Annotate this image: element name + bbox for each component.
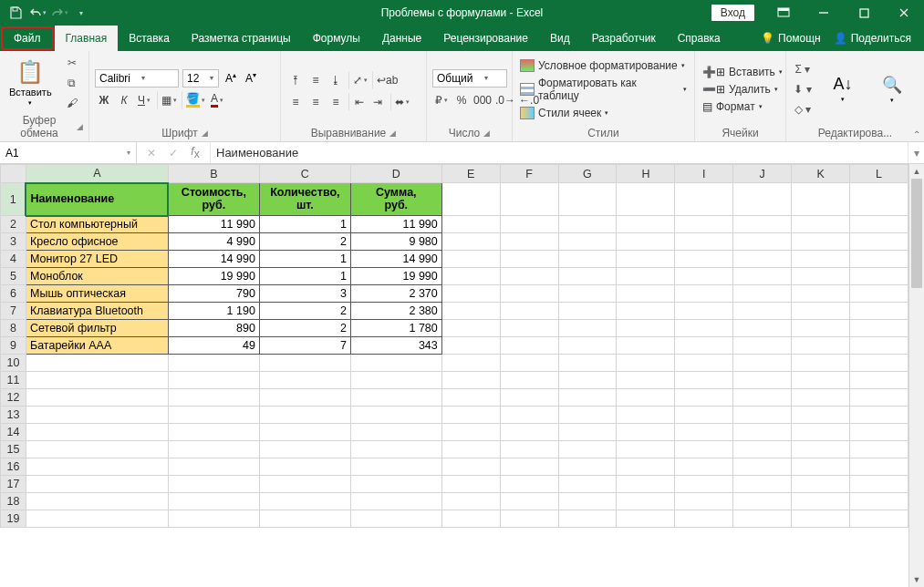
cell[interactable] [675,493,733,510]
cell[interactable]: 2 370 [350,285,441,303]
cell[interactable] [617,458,675,476]
tab-insert[interactable]: Вставка [118,26,181,51]
cell[interactable] [441,285,500,303]
cell[interactable] [675,268,733,285]
cell[interactable] [675,216,733,233]
italic-button[interactable]: К [115,91,133,109]
cell[interactable] [26,372,168,389]
cell[interactable] [500,251,558,268]
orientation-icon[interactable]: ⤢▾ [348,71,369,89]
cell[interactable] [441,337,500,355]
align-center-icon[interactable]: ≡ [306,93,325,111]
row-header[interactable]: 19 [1,510,26,528]
col-header[interactable]: E [441,165,500,183]
cell[interactable] [733,285,792,303]
cell[interactable]: 11 990 [168,216,259,233]
cell[interactable] [441,372,500,389]
cell[interactable] [558,285,617,303]
cell[interactable] [792,493,850,510]
cell[interactable] [733,407,792,424]
cell[interactable] [259,493,350,510]
cell[interactable]: 11 990 [350,216,441,233]
cell[interactable] [792,476,850,493]
cell[interactable] [558,268,617,285]
cell[interactable] [850,476,908,493]
cell[interactable] [792,407,850,424]
cell[interactable] [259,424,350,441]
cell[interactable] [441,493,500,510]
cell[interactable] [733,320,792,337]
cell[interactable] [558,183,617,216]
cell[interactable] [350,372,441,389]
cell[interactable] [500,216,558,233]
cell[interactable] [441,510,500,528]
cell[interactable]: Батарейки ААА [26,337,168,355]
cell[interactable] [792,441,850,458]
cut-icon[interactable]: ✂ [63,55,81,71]
cell[interactable] [850,251,908,268]
borders-button[interactable]: ▦▾ [157,91,178,109]
cell[interactable] [168,458,259,476]
cell[interactable] [441,268,500,285]
cell[interactable] [500,233,558,251]
decrease-indent-icon[interactable]: ⇤ [348,93,367,111]
cell[interactable] [617,424,675,441]
cell[interactable] [850,303,908,320]
col-header[interactable]: J [733,165,792,183]
qat-customize-icon[interactable]: ▾ [71,3,91,23]
col-header[interactable]: L [850,165,908,183]
row-header[interactable]: 3 [1,233,26,251]
row-header[interactable]: 12 [1,389,26,407]
cell[interactable] [500,424,558,441]
cell[interactable] [168,493,259,510]
cell[interactable] [441,355,500,372]
cell[interactable] [558,216,617,233]
cell[interactable] [617,372,675,389]
cell[interactable] [733,458,792,476]
cell[interactable] [733,183,792,216]
cell[interactable] [617,355,675,372]
tab-page-layout[interactable]: Разметка страницы [181,26,302,51]
cell[interactable] [733,303,792,320]
cell[interactable] [617,320,675,337]
increase-indent-icon[interactable]: ⇥ [369,93,387,111]
tab-help[interactable]: Справка [667,26,732,51]
cell[interactable] [558,407,617,424]
cell[interactable] [350,493,441,510]
tab-developer[interactable]: Разработчик [581,26,667,51]
format-table-button[interactable]: Форматировать как таблицу▾ [518,76,689,103]
cell[interactable] [558,233,617,251]
dialog-launcher-icon[interactable]: ◢ [483,129,490,138]
comma-format-icon[interactable]: 000 [472,91,493,109]
cell[interactable] [792,285,850,303]
cell[interactable] [500,510,558,528]
cell[interactable] [500,458,558,476]
cell[interactable] [26,355,168,372]
format-painter-icon[interactable]: 🖌 [63,95,81,111]
cell[interactable]: Мышь оптическая [26,285,168,303]
row-header[interactable]: 8 [1,320,26,337]
cell[interactable] [617,303,675,320]
autosum-icon[interactable]: Σ ▾ [794,61,812,77]
cell[interactable] [850,268,908,285]
share-button[interactable]: 👤Поделиться [834,32,911,45]
cell[interactable] [350,510,441,528]
cell[interactable] [500,268,558,285]
cell[interactable] [733,424,792,441]
cell[interactable] [733,268,792,285]
cell[interactable] [850,389,908,407]
redo-icon[interactable]: ▾ [49,3,69,23]
login-button[interactable]: Вход [711,5,754,21]
cell[interactable] [259,476,350,493]
col-header[interactable]: A [26,165,168,183]
cell[interactable] [441,183,500,216]
cell[interactable] [792,183,850,216]
scroll-up-icon[interactable]: ▲ [909,164,924,179]
tab-formulas[interactable]: Формулы [302,26,371,51]
col-header[interactable]: B [168,165,259,183]
cell[interactable] [675,441,733,458]
cell-styles-button[interactable]: Стили ячеек▾ [518,106,610,120]
number-format-select[interactable]: Общий▾ [432,69,507,88]
row-header[interactable]: 2 [1,216,26,233]
format-cells-button[interactable]: ▤Формат▾ [701,99,764,114]
